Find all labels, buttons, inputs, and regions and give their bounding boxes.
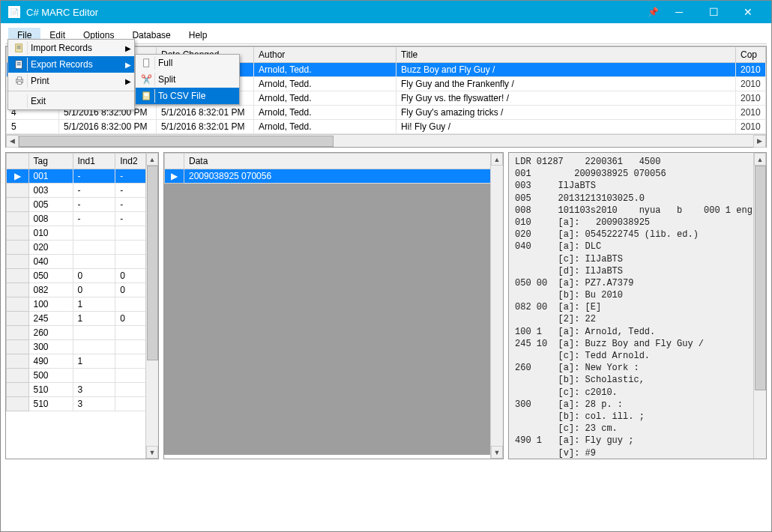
marc-vscroll[interactable]: ▲ ▼ bbox=[753, 153, 766, 459]
table-cell[interactable]: 300 bbox=[28, 340, 73, 354]
data-vscroll[interactable]: ▲ ▼ bbox=[490, 153, 503, 459]
table-cell[interactable]: 082 bbox=[28, 283, 73, 297]
scroll-right-icon[interactable]: ▶ bbox=[753, 135, 766, 148]
table-cell[interactable] bbox=[73, 326, 115, 340]
table-cell[interactable]: - bbox=[73, 198, 115, 212]
scroll-thumb[interactable] bbox=[755, 166, 766, 390]
scroll-thumb[interactable] bbox=[147, 166, 158, 360]
data-table[interactable]: Data ▶ 2009038925 070056 bbox=[164, 153, 503, 184]
records-hscroll[interactable]: ◀ ▶ bbox=[6, 134, 766, 147]
close-button[interactable]: ✕ bbox=[731, 1, 765, 23]
scroll-thumb[interactable] bbox=[19, 136, 334, 147]
table-cell[interactable]: Fly Guy and the Frankenfly / bbox=[396, 77, 736, 91]
minimize-button[interactable]: ─ bbox=[662, 1, 696, 23]
scroll-up-icon[interactable]: ▲ bbox=[491, 153, 503, 166]
table-cell[interactable]: 1 bbox=[73, 297, 115, 312]
table-cell[interactable]: 1 bbox=[73, 312, 115, 326]
table-row[interactable]: ▶001-- bbox=[7, 169, 158, 184]
table-cell[interactable]: 2010 bbox=[736, 120, 766, 134]
data-row[interactable]: ▶ 2009038925 070056 bbox=[165, 169, 503, 184]
table-cell[interactable]: 020 bbox=[28, 241, 73, 255]
table-cell[interactable]: Fly Guy's amazing tricks / bbox=[396, 106, 736, 120]
table-row[interactable]: 300 bbox=[7, 340, 158, 354]
table-cell[interactable]: Arnold, Tedd. bbox=[254, 106, 396, 120]
table-cell[interactable]: 3 bbox=[73, 397, 115, 411]
scroll-down-icon[interactable]: ▼ bbox=[491, 446, 503, 459]
table-cell[interactable]: 2010 bbox=[736, 106, 766, 120]
table-cell[interactable]: 0 bbox=[73, 283, 115, 297]
table-cell[interactable]: 040 bbox=[28, 255, 73, 269]
table-row[interactable]: 010 bbox=[7, 226, 158, 241]
table-cell[interactable] bbox=[73, 369, 115, 383]
table-row[interactable]: 040 bbox=[7, 255, 158, 269]
table-cell[interactable]: 245 bbox=[28, 312, 73, 326]
tags-vscroll[interactable]: ▲ ▼ bbox=[145, 153, 158, 459]
scroll-left-icon[interactable]: ◀ bbox=[6, 135, 19, 148]
table-row[interactable]: 005-- bbox=[7, 198, 158, 212]
table-cell[interactable]: 0 bbox=[73, 269, 115, 283]
scroll-track[interactable] bbox=[754, 166, 766, 459]
table-cell[interactable]: 005 bbox=[28, 198, 73, 212]
table-cell[interactable]: 100 bbox=[28, 297, 73, 312]
table-cell[interactable]: 510 bbox=[28, 383, 73, 397]
table-cell[interactable]: 5 bbox=[7, 120, 59, 134]
table-row[interactable]: 500 bbox=[7, 369, 158, 383]
table-cell[interactable]: 500 bbox=[28, 369, 73, 383]
table-cell[interactable]: - bbox=[73, 169, 115, 184]
col-tag[interactable]: Tag bbox=[28, 154, 73, 169]
table-cell[interactable]: 490 bbox=[28, 354, 73, 369]
table-cell[interactable]: 010 bbox=[28, 226, 73, 241]
menu-export-records[interactable]: Export Records ▶ bbox=[8, 56, 134, 73]
scroll-track[interactable] bbox=[19, 136, 753, 147]
scroll-track[interactable] bbox=[146, 166, 158, 446]
pin-icon[interactable]: 📌 bbox=[644, 7, 662, 17]
table-row[interactable]: 5103 bbox=[7, 383, 158, 397]
col-title[interactable]: Title bbox=[396, 47, 736, 63]
table-row[interactable]: 08200 bbox=[7, 283, 158, 297]
table-cell[interactable] bbox=[73, 241, 115, 255]
tags-table[interactable]: Tag Ind1 Ind2 ▶001--003--005--008--01002… bbox=[6, 153, 158, 411]
table-row[interactable]: 05000 bbox=[7, 269, 158, 283]
table-cell[interactable]: Arnold, Tedd. bbox=[254, 91, 396, 106]
data-cell[interactable]: 2009038925 070056 bbox=[184, 169, 503, 184]
table-row[interactable]: 003-- bbox=[7, 184, 158, 198]
col-author[interactable]: Author bbox=[254, 47, 396, 63]
table-cell[interactable]: Fly Guy vs. the flyswatter! / bbox=[396, 91, 736, 106]
table-cell[interactable]: 260 bbox=[28, 326, 73, 340]
table-cell[interactable]: 003 bbox=[28, 184, 73, 198]
scroll-up-icon[interactable]: ▲ bbox=[754, 153, 766, 166]
table-row[interactable]: 020 bbox=[7, 241, 158, 255]
table-cell[interactable]: 2010 bbox=[736, 77, 766, 91]
export-split[interactable]: ✂️ Split bbox=[136, 71, 239, 88]
col-cop[interactable]: Cop bbox=[736, 47, 766, 63]
table-row[interactable]: 1001 bbox=[7, 297, 158, 312]
table-cell[interactable]: 5/1/2016 8:32:01 PM bbox=[157, 106, 254, 120]
table-cell[interactable]: - bbox=[73, 212, 115, 226]
table-cell[interactable]: 001 bbox=[28, 169, 73, 184]
col-ind1[interactable]: Ind1 bbox=[73, 154, 115, 169]
table-cell[interactable]: 2010 bbox=[736, 63, 766, 77]
menu-import-records[interactable]: Import Records ▶ bbox=[8, 40, 134, 56]
table-cell[interactable] bbox=[73, 255, 115, 269]
table-cell[interactable] bbox=[73, 340, 115, 354]
table-cell[interactable]: 008 bbox=[28, 212, 73, 226]
menu-print[interactable]: Print ▶ bbox=[8, 73, 134, 89]
table-cell[interactable]: Hi! Fly Guy / bbox=[396, 120, 736, 134]
scroll-up-icon[interactable]: ▲ bbox=[146, 153, 158, 166]
table-cell[interactable]: 5/1/2016 8:32:01 PM bbox=[157, 120, 254, 134]
table-row[interactable]: 55/1/2016 8:32:00 PM5/1/2016 8:32:01 PMA… bbox=[7, 120, 766, 134]
table-row[interactable]: 4901 bbox=[7, 354, 158, 369]
maximize-button[interactable]: ☐ bbox=[696, 1, 731, 23]
scroll-track[interactable] bbox=[491, 166, 503, 446]
table-cell[interactable]: Arnold, Tedd. bbox=[254, 120, 396, 134]
table-cell[interactable] bbox=[73, 226, 115, 241]
table-cell[interactable]: 050 bbox=[28, 269, 73, 283]
table-cell[interactable]: 3 bbox=[73, 383, 115, 397]
table-cell[interactable]: 2010 bbox=[736, 91, 766, 106]
table-row[interactable]: 008-- bbox=[7, 212, 158, 226]
col-data[interactable]: Data bbox=[184, 154, 503, 169]
table-row[interactable]: 5103 bbox=[7, 397, 158, 411]
table-cell[interactable]: 1 bbox=[73, 354, 115, 369]
table-row[interactable]: 24510 bbox=[7, 312, 158, 326]
table-cell[interactable]: 5/1/2016 8:32:00 PM bbox=[59, 120, 157, 134]
